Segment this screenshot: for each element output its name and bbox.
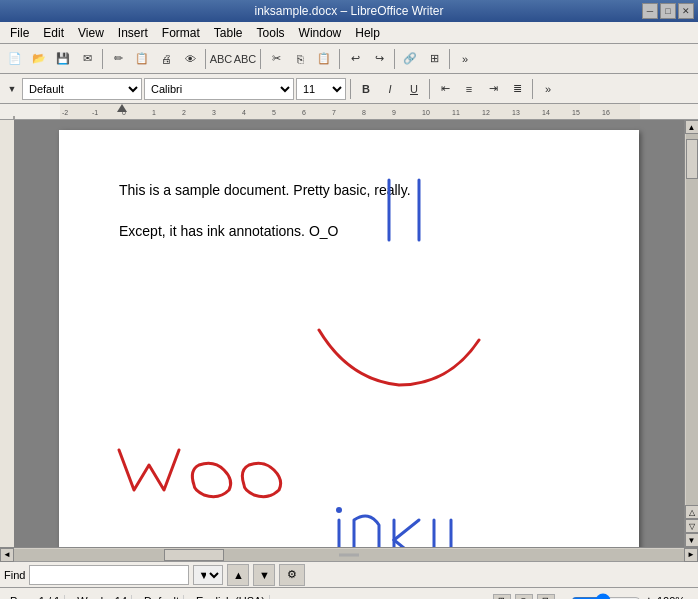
print-button[interactable]: 🖨 <box>155 48 177 70</box>
copy-button[interactable]: ⎘ <box>289 48 311 70</box>
menu-view[interactable]: View <box>72 24 110 42</box>
new-button[interactable]: 📄 <box>4 48 26 70</box>
svg-text:7: 7 <box>332 109 336 116</box>
sep-fmt1 <box>350 79 351 99</box>
right-scrollbar: ▲ △ ▽ ▼ <box>684 120 698 547</box>
spell2-button[interactable]: ABC <box>234 48 256 70</box>
toolbar2: ▼ Default Calibri 11 B I U ⇤ ≡ ⇥ ≣ » <box>0 74 698 104</box>
save-button[interactable]: 💾 <box>52 48 74 70</box>
edit-button[interactable]: ✏ <box>107 48 129 70</box>
bottom-scrollbar: ◄ ► <box>0 547 698 561</box>
sep-fmt2 <box>429 79 430 99</box>
zoom-minus[interactable]: − <box>559 593 567 600</box>
scroll-page-up[interactable]: △ <box>685 505 699 519</box>
bold-button[interactable]: B <box>355 78 377 100</box>
menu-tools[interactable]: Tools <box>251 24 291 42</box>
svg-text:-2: -2 <box>62 109 68 116</box>
scroll-left-button[interactable]: ◄ <box>0 548 14 562</box>
preview-button[interactable]: 👁 <box>179 48 201 70</box>
menu-window[interactable]: Window <box>293 24 348 42</box>
menu-format[interactable]: Format <box>156 24 206 42</box>
sep6 <box>449 49 450 69</box>
find-options-select[interactable]: ▼ <box>193 565 223 585</box>
svg-text:3: 3 <box>212 109 216 116</box>
align-left-button[interactable]: ⇤ <box>434 78 456 100</box>
find-label: Find <box>4 569 25 581</box>
status-icon2[interactable]: ≡ <box>515 594 533 600</box>
minimize-button[interactable]: ─ <box>642 3 658 19</box>
spell-button[interactable]: ABC <box>210 48 232 70</box>
h-resize-handle[interactable] <box>339 553 359 556</box>
status-right: ⊞ ≡ ⊟ − + 100% <box>493 593 692 600</box>
document-line2: Except, it has ink annotations. O_O <box>119 221 579 242</box>
h-scrollbar-track[interactable] <box>14 549 684 561</box>
svg-text:2: 2 <box>182 109 186 116</box>
word-count: Words: 14 <box>73 595 132 600</box>
justify-button[interactable]: ≣ <box>506 78 528 100</box>
underline-button[interactable]: U <box>403 78 425 100</box>
italic-button[interactable]: I <box>379 78 401 100</box>
svg-text:9: 9 <box>392 109 396 116</box>
status-icon1[interactable]: ⊞ <box>493 594 511 600</box>
hyperlink-button[interactable]: 🔗 <box>399 48 421 70</box>
scroll-down-button[interactable]: ▼ <box>685 533 699 547</box>
sep-fmt3 <box>532 79 533 99</box>
find-prev-button[interactable]: ▲ <box>227 564 249 586</box>
svg-text:-1: -1 <box>92 109 98 116</box>
menu-insert[interactable]: Insert <box>112 24 154 42</box>
svg-text:12: 12 <box>482 109 490 116</box>
cut-button[interactable]: ✂ <box>265 48 287 70</box>
svg-text:5: 5 <box>272 109 276 116</box>
paste-button[interactable]: 📋 <box>313 48 335 70</box>
style-select[interactable]: Default <box>22 78 142 100</box>
sep3 <box>260 49 261 69</box>
align-center-button[interactable]: ≡ <box>458 78 480 100</box>
svg-rect-24 <box>0 120 14 547</box>
svg-text:14: 14 <box>542 109 550 116</box>
styles-toggle[interactable]: ▼ <box>4 78 20 100</box>
undo-button[interactable]: ↩ <box>344 48 366 70</box>
size-select[interactable]: 11 <box>296 78 346 100</box>
left-ruler <box>0 120 14 547</box>
scrollbar-thumb[interactable] <box>686 139 698 179</box>
find-input[interactable] <box>29 565 189 585</box>
status-icon3[interactable]: ⊟ <box>537 594 555 600</box>
toolbar1: 📄 📂 💾 ✉ ✏ 📋 🖨 👁 ABC ABC ✂ ⎘ 📋 ↩ ↪ 🔗 ⊞ » <box>0 44 698 74</box>
menubar: File Edit View Insert Format Table Tools… <box>0 22 698 44</box>
scroll-page-down[interactable]: ▽ <box>685 519 699 533</box>
redo-button[interactable]: ↪ <box>368 48 390 70</box>
statusbar: Page 1 / 1 Words: 14 Default English (US… <box>0 587 698 599</box>
svg-text:4: 4 <box>242 109 246 116</box>
svg-rect-1 <box>60 104 640 120</box>
maximize-button[interactable]: □ <box>660 3 676 19</box>
sep2 <box>205 49 206 69</box>
document-page[interactable]: This is a sample document. Pretty basic,… <box>59 130 639 547</box>
scroll-right-button[interactable]: ► <box>684 548 698 562</box>
more-button[interactable]: » <box>454 48 476 70</box>
more-format[interactable]: » <box>537 78 559 100</box>
sep5 <box>394 49 395 69</box>
open-button[interactable]: 📂 <box>28 48 50 70</box>
zoom-plus[interactable]: + <box>645 593 653 600</box>
menu-edit[interactable]: Edit <box>37 24 70 42</box>
find-next-button[interactable]: ▼ <box>253 564 275 586</box>
menu-help[interactable]: Help <box>349 24 386 42</box>
svg-text:1: 1 <box>152 109 156 116</box>
titlebar-title: inksample.docx – LibreOffice Writer <box>255 4 444 18</box>
scroll-up-button[interactable]: ▲ <box>685 120 699 134</box>
font-select[interactable]: Calibri <box>144 78 294 100</box>
style-info: Default <box>140 595 184 600</box>
pdf-button[interactable]: 📋 <box>131 48 153 70</box>
menu-table[interactable]: Table <box>208 24 249 42</box>
zoom-level: 100% <box>657 595 692 600</box>
h-scrollbar-thumb[interactable] <box>164 549 224 561</box>
align-right-button[interactable]: ⇥ <box>482 78 504 100</box>
table-button[interactable]: ⊞ <box>423 48 445 70</box>
email-button[interactable]: ✉ <box>76 48 98 70</box>
menu-file[interactable]: File <box>4 24 35 42</box>
scrollbar-track[interactable] <box>686 134 698 505</box>
find-options-button[interactable]: ⚙ <box>279 564 305 586</box>
close-button[interactable]: ✕ <box>678 3 694 19</box>
scroll-area[interactable]: This is a sample document. Pretty basic,… <box>14 120 684 547</box>
svg-text:10: 10 <box>422 109 430 116</box>
